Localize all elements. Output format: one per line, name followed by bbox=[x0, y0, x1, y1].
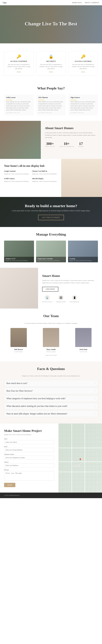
stat-1: 300+ HAPPY CLIENTS bbox=[45, 142, 55, 147]
stat-num-3: 17 bbox=[78, 142, 84, 146]
feature-text-2: Duis aute irure dolor in reprehenderit i… bbox=[38, 64, 64, 70]
map-road-h-1 bbox=[58, 448, 102, 448]
smart-icon-2: 🎛️ Managed Centrally bbox=[56, 295, 66, 302]
hub-image bbox=[61, 159, 102, 197]
faq-question-3: What categories of employees have you be… bbox=[6, 397, 66, 400]
email-input[interactable] bbox=[4, 448, 54, 452]
navigation: logo Home Page About Company bbox=[0, 0, 102, 5]
smart-text: Sample text. Click to select the Text El… bbox=[42, 279, 98, 284]
form-field-email: Email bbox=[4, 446, 54, 452]
feature-more-3[interactable]: MORE bbox=[81, 71, 85, 72]
view-more-button[interactable]: VIEW MORE bbox=[42, 287, 58, 292]
nav-home[interactable]: Home Page bbox=[72, 2, 82, 4]
hub-person-bg bbox=[61, 159, 102, 197]
hub-item-1: Google Assistant Sample text. Click to s… bbox=[4, 170, 29, 175]
testimonial-stars-2: ★★★★★ bbox=[38, 99, 64, 101]
faq-section: Facts & Questions Sample text. Click to … bbox=[0, 362, 102, 424]
feature-card-3: 🔑 Access Control Duis aute irure dolor i… bbox=[68, 52, 98, 76]
smart-section: Smart Home Sample text. Click to select … bbox=[0, 268, 102, 308]
stat-label-2: YEARS OF EXPERIENCE bbox=[59, 146, 74, 147]
chevron-down-icon-5: › bbox=[95, 413, 96, 415]
map-road-h-3 bbox=[58, 472, 102, 472]
form-label-email: Email bbox=[4, 446, 54, 447]
feature-more-2[interactable]: MORE bbox=[49, 71, 53, 72]
stats-row: 300+ HAPPY CLIENTS 10+ YEARS OF EXPERIEN… bbox=[45, 142, 98, 147]
team-card-3: Nick Dark Lorem Leader bbox=[69, 328, 98, 352]
about-text: Lorem ipsum dolor sit amet, consectetur … bbox=[45, 132, 98, 139]
faq-item-4[interactable]: What education and/or training do you ha… bbox=[4, 403, 98, 410]
about-image-bg bbox=[0, 121, 41, 159]
testimonials-title: What People Say? bbox=[4, 86, 98, 90]
smart-icon-3: 📱 Smart Applications bbox=[70, 295, 79, 302]
smart-inner: Smart Home Sample text. Click to select … bbox=[0, 268, 102, 308]
faq-item-5[interactable]: Nam sit amet nibh aliquet. Integer sodal… bbox=[4, 410, 98, 417]
team-card-2: Mary Smith Chief Accountant bbox=[36, 328, 66, 352]
form-label-message: Message bbox=[4, 469, 54, 470]
chevron-down-icon-4: › bbox=[95, 405, 96, 407]
feature-card-2: 🔒 Security Duis aute irure dolor in repr… bbox=[36, 52, 66, 76]
map-city-label: New York bbox=[74, 465, 80, 466]
team-card-1: Bob Brown Content Builder bbox=[4, 328, 33, 352]
testimonial-1: Stella Larson ★★★★★ Proin vulputate arcu… bbox=[4, 94, 34, 116]
manage-section: Manage Everything Outdoor CCTV Sample te… bbox=[0, 227, 102, 268]
hub-item-2: Chrome Cast Built-In Sample text. Click … bbox=[32, 170, 57, 175]
manage-overlay-1: Outdoor CCTV Sample text. Click to selec… bbox=[4, 257, 34, 262]
smart-icon-circle-1: 📡 bbox=[44, 295, 50, 300]
manage-card-text-2: Sample text. Click to select the Text El… bbox=[38, 260, 64, 261]
faq-item-2[interactable]: How Fast Are Their Services? › bbox=[4, 388, 98, 394]
team-avatar-1 bbox=[10, 328, 27, 347]
features-cards-row: 🔑 Access Control Duis aute irure dolor i… bbox=[4, 52, 98, 76]
team-name-1: Bob Brown bbox=[4, 348, 33, 350]
about-content: About Smart Homes Lorem ipsum dolor sit … bbox=[41, 121, 102, 159]
stat-label-1: HAPPY CLIENTS bbox=[45, 146, 55, 147]
hub-item-text-2: Sample text. Click to select the Text El… bbox=[32, 173, 57, 175]
feature-card-1: 🔑 Access Control Duis aute irure dolor i… bbox=[4, 52, 34, 76]
about-image bbox=[0, 121, 41, 159]
contact-map: 📍 New York bbox=[58, 424, 102, 492]
stat-3: 17 AWARDS bbox=[78, 142, 84, 147]
name-input[interactable] bbox=[4, 440, 54, 444]
manage-card-2: Temperature Controller Sample text. Clic… bbox=[36, 240, 66, 262]
feature-title-1: Access Control bbox=[6, 60, 32, 62]
feature-text-3: Duis aute irure dolor in reprehenderit i… bbox=[70, 64, 96, 70]
faq-question-2: How Fast Are Their Services? bbox=[6, 390, 33, 392]
cta-button[interactable]: GET FREE ESTIMATE bbox=[38, 215, 64, 220]
form-field-address: Address bbox=[4, 461, 54, 468]
team-name-2: Mary Smith bbox=[36, 348, 66, 350]
about-section: About Smart Homes Lorem ipsum dolor sit … bbox=[0, 121, 102, 159]
team-avatar-3 bbox=[75, 328, 92, 347]
nav-about[interactable]: About Company bbox=[85, 2, 99, 4]
hub-item-text-1: Sample text. Click to select the Text El… bbox=[4, 173, 29, 175]
manage-card-1: Outdoor CCTV Sample text. Click to selec… bbox=[4, 240, 34, 262]
manage-card-3: Tracking Sample text. Click to select th… bbox=[68, 240, 98, 262]
testimonial-text-2: Proin vulputate arcu ante, sed faucibus … bbox=[38, 101, 64, 111]
testimonial-2: Nick Jhonson ★★★★★ Proin vulputate arcu … bbox=[36, 94, 66, 116]
map-grid bbox=[58, 424, 102, 492]
testimonial-date-1: FOUNDED: JUNE 2019 bbox=[6, 112, 32, 113]
testimonial-name-2: Nick Jhonson bbox=[38, 96, 64, 98]
nav-links: Home Page About Company bbox=[72, 2, 99, 4]
team-title: Our Team bbox=[4, 314, 98, 318]
footer: © 2021 All Rights Reserved bbox=[0, 492, 102, 498]
phone-input[interactable] bbox=[4, 456, 54, 460]
form-label-phone: Telephone number bbox=[4, 454, 54, 455]
faq-item-1[interactable]: How much does it cost? › bbox=[4, 380, 98, 386]
contact-section: Make Smart Home Project Sample text. Cli… bbox=[0, 424, 102, 492]
feature-icon-2: 🔒 bbox=[38, 54, 64, 59]
message-input[interactable] bbox=[4, 471, 54, 480]
contact-title: Make Smart Home Project bbox=[4, 429, 54, 433]
smart-icons: 📡 Wirelessly Connects 🎛️ Managed Central… bbox=[42, 295, 98, 302]
submit-button[interactable]: SEND bbox=[4, 483, 15, 487]
team-role-2: Chief Accountant bbox=[36, 351, 66, 352]
faq-item-3[interactable]: What categories of employees have you be… bbox=[4, 395, 98, 402]
faq-question-4: What education and/or training do you ha… bbox=[6, 405, 68, 407]
feature-more-1[interactable]: MORE bbox=[17, 71, 21, 72]
team-credit-text: Images from Freepik bbox=[45, 354, 57, 356]
faq-question-5: Nam sit amet nibh aliquet. Integer sodal… bbox=[6, 412, 67, 415]
team-role-3: Lorem Leader bbox=[69, 351, 98, 352]
feature-text-1: Duis aute irure dolor in reprehenderit i… bbox=[6, 64, 32, 70]
address-input[interactable] bbox=[4, 463, 54, 468]
testimonial-text-3: Proin vulputate arcu ante, sed faucibus … bbox=[70, 101, 96, 111]
hub-grid: Google Assistant Sample text. Click to s… bbox=[4, 170, 57, 182]
feature-title-2: Security bbox=[38, 60, 64, 62]
